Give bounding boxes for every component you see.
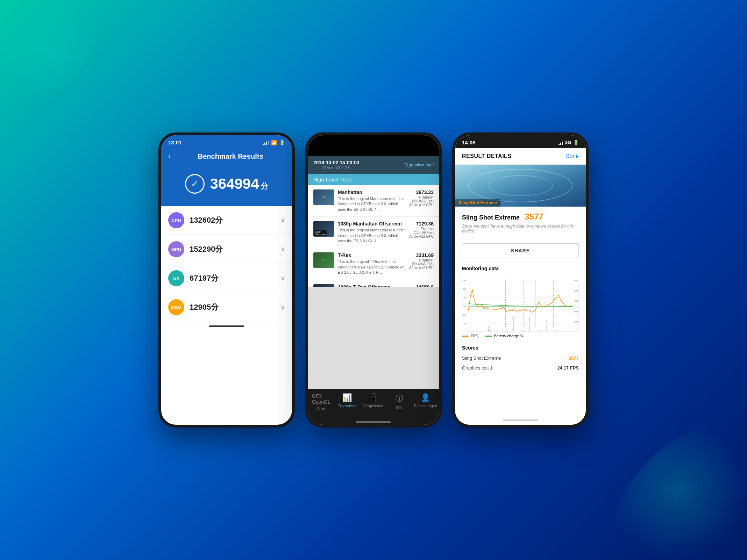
- signal-icon: [263, 140, 269, 145]
- ergebnisse-icon: 📊: [342, 393, 352, 402]
- svg-text:02:00: 02:00: [519, 330, 524, 331]
- 1080p-trex-score: 14650.8 Frames (261.621 Fps)Apple A12 GP…: [409, 284, 434, 287]
- svg-text:03:20: 03:20: [553, 330, 557, 331]
- 1080p-manhattan-score: 7129.36 Frames (114.99 Fps)Apple A12 GPU: [409, 221, 434, 238]
- ux-chevron-icon: ∨: [280, 274, 285, 282]
- mem-badge: MEM: [168, 299, 184, 315]
- comparison-note: Sorry, we don't have enough data to comp…: [462, 224, 579, 234]
- status-bar-1: 13:01 📶 🔋: [161, 135, 292, 148]
- svg-text:Physics test: Physics test: [545, 320, 547, 331]
- svg-text:20: 20: [463, 313, 466, 316]
- status-icons-1: 📶 🔋: [263, 140, 285, 145]
- gpu-metric-row[interactable]: GPU 152290分 ∨: [161, 235, 292, 264]
- gfx-top-bar: 2018-10-02 15:03:03 Version 3.1.23 Ergeb…: [308, 156, 439, 174]
- chart-legend: FPS Battery charge %: [455, 332, 586, 340]
- ux-metric-row[interactable]: UX 67197分 ∨: [161, 264, 292, 293]
- monitoring-title: Monitoring data: [462, 266, 579, 271]
- benchmark-title: Benchmark Results: [176, 152, 285, 160]
- graphics-test-1-val: 24.17 FPS: [557, 365, 579, 371]
- manhattan-score: 3673.23 Frames* (59.2456 Fps)Apple A12 G…: [409, 189, 434, 207]
- svg-text:02:40: 02:40: [536, 330, 541, 331]
- 1080p-trex-info: 1080p T-Rex Offscreen This is the origin…: [338, 284, 406, 287]
- test-1080p-manhattan: 1080POffscreen 1080p Manhattan Offscreen…: [308, 217, 439, 248]
- 1080p-manhattan-info: 1080p Manhattan Offscreen This is the or…: [338, 221, 406, 244]
- manhattan-info: Manhattan This is the original Manhattan…: [338, 189, 406, 212]
- empty-area: [308, 287, 439, 389]
- history-link[interactable]: Ergebnisverlauf: [405, 163, 434, 167]
- cpu-metric-row[interactable]: CPU 132602分 ∨: [161, 206, 292, 235]
- manhattan-desc: This is the original Manhattan test, fir…: [338, 196, 406, 212]
- gpu-chevron-icon: ∨: [280, 245, 285, 253]
- nav-vergleichen-label: Vergleichen: [363, 404, 383, 408]
- nav-info[interactable]: ⓘ Info: [386, 392, 412, 412]
- status-icons-3: 3G 🔋: [559, 140, 579, 145]
- svg-text:40%: 40%: [574, 310, 578, 313]
- trex-score-val: 3331.69: [409, 252, 434, 258]
- battery-legend-label: Battery charge %: [494, 334, 523, 338]
- result-details-header: RESULT DETAILS Done: [455, 148, 586, 165]
- 1080p-manhattan-score-unit: Frames: [409, 227, 434, 231]
- monitoring-section: Monitoring data: [455, 262, 586, 276]
- 1080p-manhattan-desc: This is the original Manhattan test, fir…: [338, 228, 406, 244]
- manhattan-score-unit: Frames*: [409, 195, 434, 199]
- manhattan-name: Manhattan: [338, 189, 406, 195]
- test-list: 3D Manhattan This is the original Manhat…: [308, 185, 439, 287]
- nav-info-label: Info: [396, 405, 403, 409]
- nav-ergebnisse-label: Ergebnisse: [337, 404, 357, 408]
- nav-start[interactable]: GFXOpenGL Start: [308, 392, 334, 412]
- share-button[interactable]: SHARE: [462, 243, 579, 258]
- banner-text: Sling Shot Extreme: [455, 199, 500, 207]
- 1080p-trex-name: 1080p T-Rex Offscreen: [338, 284, 406, 287]
- nav-vergleichen[interactable]: 📱 Vergleichen: [360, 392, 386, 412]
- cpu-value: 132602分: [190, 215, 275, 225]
- sling-shot-extreme-val: 3577: [569, 356, 579, 361]
- battery-icon-3: 🔋: [573, 140, 579, 145]
- mem-metric-row[interactable]: MEM 12905分 ∨: [161, 293, 292, 322]
- nav-einstellungen[interactable]: 👤 Einstellungen: [412, 392, 439, 412]
- trex-name: T-Rex: [338, 252, 406, 258]
- home-bar-3: [503, 419, 538, 421]
- time-1: 13:01: [168, 139, 182, 145]
- sling-shot-title: Sling Shot Extreme: [462, 214, 520, 221]
- gfxopengl-icon: GFXOpenGL: [312, 393, 330, 405]
- trex-desc: This is the original T-Rex test, first i…: [338, 259, 406, 275]
- home-indicator-2: [308, 419, 439, 425]
- vergleichen-icon: 📱: [369, 393, 378, 402]
- metrics-list: CPU 132602分 ∨ GPU 152290分 ∨ UX 67197分 ∨ …: [161, 206, 292, 322]
- mem-value: 12905分: [190, 302, 275, 313]
- manhattan-thumb: 3D: [313, 189, 334, 205]
- ux-value: 67197分: [190, 273, 275, 283]
- 1080p-trex-score-val: 14650.8: [409, 284, 434, 287]
- svg-text:10: 10: [463, 322, 466, 325]
- phone-antutu: 13:01 📶 🔋 ‹ Benchmark Results ✓ 364994分: [158, 132, 295, 428]
- battery-legend-color: [485, 336, 492, 337]
- total-score-value: 364994分: [210, 175, 268, 192]
- screens-container: 13:01 📶 🔋 ‹ Benchmark Results ✓ 364994分: [158, 132, 589, 428]
- gfx-nav-bar: GFXOpenGL Start 📊 Ergebnisse 📱 Vergleich…: [308, 389, 439, 419]
- svg-text:00:00: 00:00: [470, 330, 475, 331]
- score-checkmark: ✓: [185, 174, 205, 194]
- test-1080p-trex: 1080POffscreen 1080p T-Rex Offscreen Thi…: [308, 280, 439, 287]
- 1080p-manhattan-name: 1080p Manhattan Offscreen: [338, 221, 406, 227]
- svg-text:Graphics test 2: Graphics test 2: [529, 317, 531, 331]
- mem-chevron-icon: ∨: [280, 303, 285, 311]
- total-score-section: ✓ 364994分: [161, 167, 292, 206]
- svg-text:50: 50: [463, 287, 466, 290]
- einstellungen-icon: 👤: [421, 393, 430, 402]
- benchmark-header: ‹ Benchmark Results: [161, 148, 292, 167]
- nav-ergebnisse[interactable]: 📊 Ergebnisse: [334, 392, 360, 412]
- phone-3dmark: 14:08 3G 🔋 RESULT DETAILS Done S: [452, 132, 589, 428]
- cpu-badge: CPU: [168, 212, 184, 228]
- svg-text:80%: 80%: [574, 289, 578, 292]
- svg-text:60%: 60%: [574, 300, 578, 303]
- graphics-test-1-row: Graphics test 1 24.17 FPS: [462, 363, 579, 373]
- fps-legend-color: [462, 336, 469, 337]
- back-button[interactable]: ‹: [168, 152, 171, 161]
- 1080p-manhattan-score-sub: (114.99 Fps)Apple A12 GPU: [409, 231, 434, 238]
- nav-start-label: Start: [317, 407, 325, 411]
- trex-score-unit: Frames*: [409, 258, 434, 262]
- manhattan-score-val: 3673.23: [409, 189, 434, 195]
- done-button[interactable]: Done: [565, 153, 579, 159]
- result-details-title: RESULT DETAILS: [462, 153, 512, 159]
- sling-shot-banner: Sling Shot Extreme: [455, 165, 586, 207]
